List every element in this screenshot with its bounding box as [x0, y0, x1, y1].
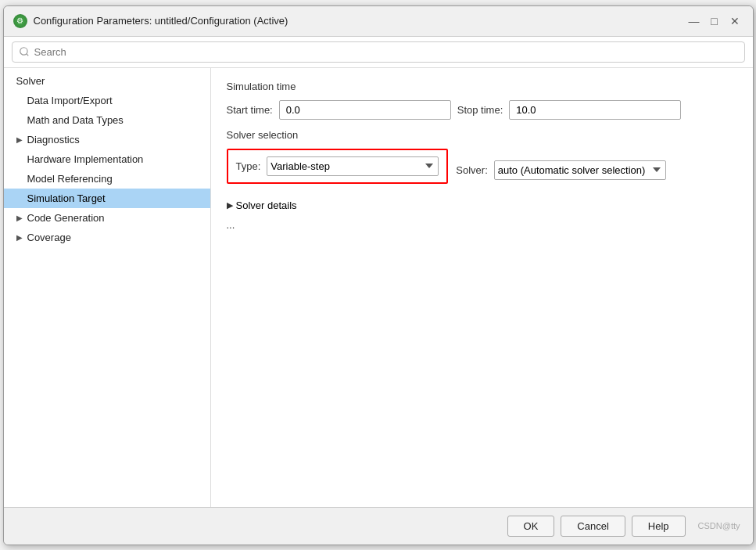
solver-outer-row: Type: Variable-step Fixed-step Solver: a… — [227, 149, 737, 192]
solver-selection-box: Type: Variable-step Fixed-step — [227, 149, 449, 184]
search-input[interactable] — [12, 41, 745, 63]
sidebar-item-solver[interactable]: Solver — [4, 71, 210, 91]
start-time-input[interactable] — [279, 100, 451, 120]
stop-time-input[interactable] — [509, 100, 681, 120]
solver-label-text: Solver: — [456, 164, 487, 176]
window-controls: — □ ✕ — [686, 13, 743, 30]
search-bar — [4, 37, 753, 68]
solver-selection-section: Solver selection — [227, 129, 737, 141]
sidebar-item-simulation-target[interactable]: Simulation Target — [4, 189, 210, 208]
sidebar-item-math-data-types[interactable]: Math and Data Types — [4, 110, 210, 130]
watermark: CSDN@tty — [698, 521, 740, 530]
sim-target-label: Simulation Target — [27, 192, 106, 204]
sidebar-item-diagnostics[interactable]: ▶ Diagnostics — [4, 130, 210, 149]
diagnostics-label: Diagnostics — [27, 134, 80, 146]
diagnostics-arrow: ▶ — [16, 135, 23, 144]
title-bar: ⚙ Configuration Parameters: untitled/Con… — [4, 6, 753, 37]
coverage-label: Coverage — [27, 232, 71, 243]
sidebar-item-model-referencing[interactable]: Model Referencing — [4, 169, 210, 189]
sidebar-item-hardware-impl[interactable]: Hardware Implementation — [4, 149, 210, 169]
dots-row: ... — [227, 219, 737, 231]
sidebar-item-coverage[interactable]: ▶ Coverage — [4, 228, 210, 247]
solver-details-label: Solver details — [236, 200, 297, 211]
stop-time-label: Stop time: — [457, 104, 503, 116]
minimize-button[interactable]: — — [686, 13, 703, 30]
solver-label: Solver — [16, 75, 45, 87]
sidebar-item-data-import-export[interactable]: Data Import/Export — [4, 91, 210, 110]
solver-select[interactable]: auto (Automatic solver selection) ode45 … — [494, 160, 666, 180]
main-content: Solver Data Import/Export Math and Data … — [4, 68, 753, 507]
window-title: Configuration Parameters: untitled/Confi… — [34, 15, 288, 27]
app-icon: ⚙ — [13, 14, 27, 28]
content-area: Simulation time Start time: Stop time: S… — [211, 68, 753, 507]
time-row: Start time: Stop time: — [227, 100, 737, 120]
solver-details-row[interactable]: ▶ Solver details — [227, 200, 737, 211]
type-label: Type: — [236, 160, 261, 172]
model-ref-label: Model Referencing — [27, 173, 113, 185]
bottom-bar: OK Cancel Help CSDN@tty — [4, 507, 753, 545]
data-import-label: Data Import/Export — [27, 95, 113, 106]
code-gen-arrow: ▶ — [16, 214, 23, 222]
ok-button[interactable]: OK — [507, 516, 555, 537]
sidebar: Solver Data Import/Export Math and Data … — [4, 68, 211, 507]
coverage-arrow: ▶ — [16, 233, 23, 242]
sidebar-item-code-generation[interactable]: ▶ Code Generation — [4, 208, 210, 228]
simulation-time-section: Simulation time — [227, 81, 737, 92]
close-button[interactable]: ✕ — [726, 13, 743, 30]
main-window: ⚙ Configuration Parameters: untitled/Con… — [3, 5, 754, 545]
type-select[interactable]: Variable-step Fixed-step — [267, 156, 439, 176]
cancel-button[interactable]: Cancel — [561, 516, 625, 537]
solver-details-arrow: ▶ — [227, 200, 233, 210]
maximize-button[interactable]: □ — [706, 13, 723, 30]
solver-row: Solver: auto (Automatic solver selection… — [456, 160, 665, 180]
code-gen-label: Code Generation — [27, 212, 105, 224]
hardware-label: Hardware Implementation — [27, 153, 144, 165]
help-button[interactable]: Help — [632, 516, 686, 537]
math-data-label: Math and Data Types — [27, 114, 124, 126]
start-time-label: Start time: — [227, 104, 273, 116]
